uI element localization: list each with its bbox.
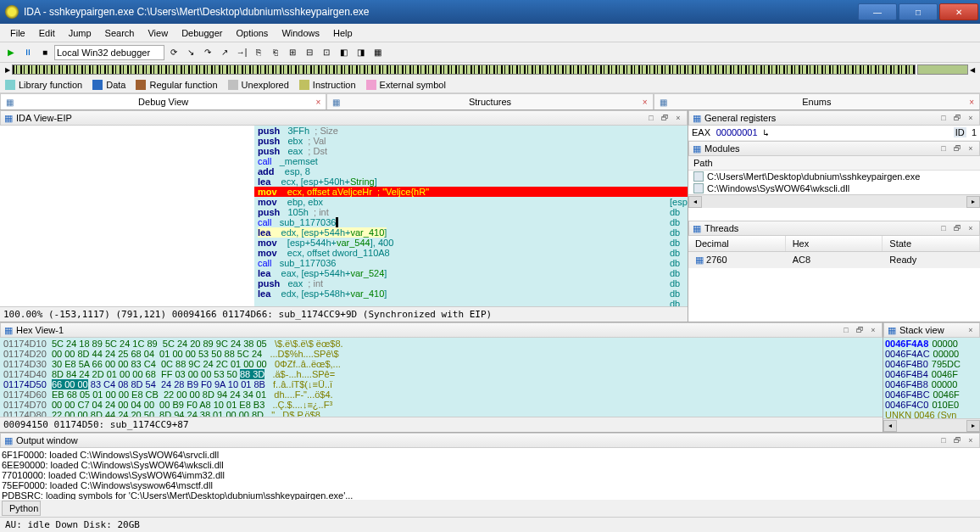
step-over-icon[interactable]: ↷ bbox=[200, 45, 215, 60]
disasm-line[interactable]: push eax ; Dst bbox=[254, 146, 688, 156]
disasm-line[interactable]: add esp, 8 bbox=[254, 166, 688, 176]
panel-pin-icon[interactable]: 🗗 bbox=[952, 223, 962, 233]
toolbar-icon[interactable]: ⊡ bbox=[319, 45, 334, 60]
close-button[interactable]: ✕ bbox=[939, 3, 978, 20]
thread-cell[interactable]: AC8 bbox=[786, 252, 883, 268]
stack-line[interactable]: 0046F4C0010E0 bbox=[885, 400, 978, 410]
navigation-band[interactable]: ▶ ◀ bbox=[0, 63, 980, 76]
panel-close-icon[interactable]: × bbox=[966, 435, 976, 445]
menu-jump[interactable]: Jump bbox=[62, 25, 98, 41]
stack-line[interactable]: 0046F4A800000 bbox=[885, 339, 978, 349]
menu-search[interactable]: Search bbox=[98, 25, 142, 41]
scroll-left-icon[interactable]: ◂ bbox=[883, 420, 897, 432]
toolbar-icon[interactable]: ⎗ bbox=[268, 45, 283, 60]
step-out-icon[interactable]: ↗ bbox=[217, 45, 232, 60]
stack-line[interactable]: 0046F4BC0046F bbox=[885, 389, 978, 400]
thread-cell[interactable]: ▦ 2760 bbox=[688, 252, 786, 268]
disasm-line[interactable]: mov ebp, ebx [esp+540h+String]=[Stack[00… bbox=[254, 197, 688, 207]
panel-pin-icon[interactable]: 🗗 bbox=[952, 435, 962, 445]
step-into-icon[interactable]: ↘ bbox=[183, 45, 198, 60]
stack-line[interactable]: 0046F4B800000 bbox=[885, 379, 978, 389]
hex-line[interactable]: 01174D20 00 00 8D 44 24 25 68 04 01 00 0… bbox=[3, 349, 879, 359]
disasm-line[interactable]: mov ecx, offset dword_110A8 db 72h ; r bbox=[254, 248, 688, 258]
disasm-line[interactable]: call sub_1177036| db 6Fh ; o bbox=[254, 217, 688, 227]
panel-undock-icon[interactable]: □ bbox=[938, 435, 949, 445]
thread-cell[interactable]: Ready bbox=[883, 252, 980, 268]
minimize-button[interactable]: — bbox=[858, 3, 897, 20]
disasm-line[interactable]: lea ecx, [esp+540h+String] bbox=[254, 176, 688, 187]
panel-undock-icon[interactable]: □ bbox=[841, 325, 851, 335]
panel-undock-icon[interactable]: □ bbox=[938, 113, 949, 123]
module-row[interactable]: C:\Windows\SysWOW64\wkscli.dll bbox=[688, 182, 980, 194]
nav-right-icon[interactable]: ◀ bbox=[970, 66, 975, 74]
disasm-line[interactable]: lea edx, [esp+548h+var_410] db 5Ch ; \ bbox=[254, 288, 688, 299]
hex-line[interactable]: 01174D80 22 00 00 8D 44 24 20 50 8D 94 2… bbox=[3, 410, 879, 417]
debugger-select[interactable] bbox=[54, 45, 164, 60]
pause-button[interactable]: ⏸ bbox=[20, 45, 36, 60]
hex-line[interactable]: 01174D50 66 00 00 83 C4 08 8D 54 24 28 B… bbox=[3, 379, 879, 389]
toolbar-icon[interactable]: ▦ bbox=[370, 45, 385, 60]
thread-col-header[interactable]: State bbox=[883, 236, 980, 251]
stack-line[interactable]: 0046F4B0795DC bbox=[885, 359, 978, 369]
panel-pin-icon[interactable]: 🗗 bbox=[855, 325, 865, 335]
modules-body[interactable]: Path C:\Users\Mert\Desktop\dubnium\sshke… bbox=[688, 156, 980, 221]
output-tab-python[interactable]: Python bbox=[2, 501, 41, 516]
tab-enums[interactable]: ▦Enums× bbox=[654, 93, 980, 109]
toolbar-icon[interactable]: ⊞ bbox=[285, 45, 300, 60]
module-row[interactable]: C:\Users\Mert\Desktop\dubnium\sshkeypair… bbox=[688, 171, 980, 182]
hex-line[interactable]: 01174D30 30 E8 5A 66 00 00 83 C4 0C 88 9… bbox=[3, 359, 879, 369]
panel-close-icon[interactable]: × bbox=[966, 223, 976, 233]
run-button[interactable]: ▶ bbox=[3, 45, 19, 60]
menu-debugger[interactable]: Debugger bbox=[175, 25, 229, 41]
tab-debug-view[interactable]: ▦Debug View× bbox=[0, 93, 326, 109]
hex-line[interactable]: 01174D60 EB 68 05 01 00 00 E8 CB 22 00 0… bbox=[3, 389, 879, 400]
tab-structures[interactable]: ▦Structures× bbox=[326, 93, 653, 109]
stack-line[interactable]: 0046F4B40046F bbox=[885, 369, 978, 379]
disassembly-view[interactable]: push 3FFh ; Sizepush ebx ; Valpush eax ;… bbox=[0, 126, 688, 306]
menu-file[interactable]: File bbox=[3, 25, 32, 41]
menu-windows[interactable]: Windows bbox=[275, 25, 326, 41]
modules-col-path[interactable]: Path bbox=[688, 156, 980, 171]
scroll-right-icon[interactable]: ▸ bbox=[966, 420, 980, 432]
toolbar-icon[interactable]: ◧ bbox=[336, 45, 351, 60]
disasm-line[interactable]: push ebx ; Val bbox=[254, 136, 688, 146]
hex-line[interactable]: 01174D10 5C 24 18 89 5C 24 1C 89 5C 24 2… bbox=[3, 339, 879, 349]
scroll-left-icon[interactable]: ◂ bbox=[688, 196, 702, 208]
threads-body[interactable]: DecimalHexState ▦ 2760AC8Ready bbox=[688, 236, 980, 322]
disasm-line[interactable]: call sub_1177036 db 6Fh ; o bbox=[254, 258, 688, 268]
refresh-icon[interactable]: ⟳ bbox=[166, 45, 181, 60]
panel-close-icon[interactable]: × bbox=[966, 113, 976, 123]
menu-view[interactable]: View bbox=[141, 25, 175, 41]
tab-close-icon[interactable]: × bbox=[969, 98, 974, 107]
disasm-line[interactable]: push eax ; int db 74h ; t bbox=[254, 278, 688, 288]
hex-line[interactable]: 01174D40 8D 84 24 2D 01 00 00 68 FF 03 0… bbox=[3, 369, 879, 379]
panel-pin-icon[interactable]: 🗗 bbox=[952, 143, 962, 154]
disasm-line[interactable]: db 63h ; c bbox=[254, 299, 688, 306]
disasm-line[interactable]: push 105h ; int db 0 bbox=[254, 207, 688, 217]
disasm-line[interactable]: push 3FFh ; Size bbox=[254, 126, 688, 136]
nav-band-main[interactable] bbox=[12, 64, 916, 75]
tab-close-icon[interactable]: × bbox=[315, 98, 320, 107]
stop-button[interactable]: ■ bbox=[37, 45, 53, 60]
hex-line[interactable]: 01174D70 00 00 C7 04 24 00 04 00 00 B9 F… bbox=[3, 400, 879, 410]
run-to-icon[interactable]: →| bbox=[234, 45, 249, 60]
disasm-line[interactable]: lea edx, [esp+544h+var_410] db 0 bbox=[254, 227, 688, 238]
registers-body[interactable]: EAX 00000001 ↳ ID 1 bbox=[688, 126, 980, 140]
stack-scrollbar[interactable]: ◂ ▸ bbox=[883, 418, 980, 432]
panel-close-icon[interactable]: × bbox=[966, 325, 976, 335]
panel-undock-icon[interactable]: □ bbox=[646, 113, 656, 123]
nav-band-aux[interactable] bbox=[917, 64, 968, 75]
disasm-line[interactable]: lea eax, [esp+544h+var_524] db 6Fh ; o bbox=[254, 268, 688, 278]
panel-close-icon[interactable]: × bbox=[868, 325, 878, 335]
thread-col-header[interactable]: Decimal bbox=[688, 236, 786, 251]
toolbar-icon[interactable]: ⎘ bbox=[251, 45, 266, 60]
output-body[interactable]: 6F1F0000: loaded C:\Windows\SysWOW64\srv… bbox=[0, 448, 980, 500]
menu-options[interactable]: Options bbox=[229, 25, 275, 41]
panel-undock-icon[interactable]: □ bbox=[938, 223, 949, 233]
nav-left-icon[interactable]: ▶ bbox=[5, 66, 10, 74]
toolbar-icon[interactable]: ⊟ bbox=[302, 45, 317, 60]
maximize-button[interactable]: □ bbox=[899, 3, 938, 20]
panel-close-icon[interactable]: × bbox=[673, 113, 683, 123]
toolbar-icon[interactable]: ◨ bbox=[353, 45, 368, 60]
modules-scrollbar[interactable]: ◂ ▸ bbox=[688, 194, 980, 208]
